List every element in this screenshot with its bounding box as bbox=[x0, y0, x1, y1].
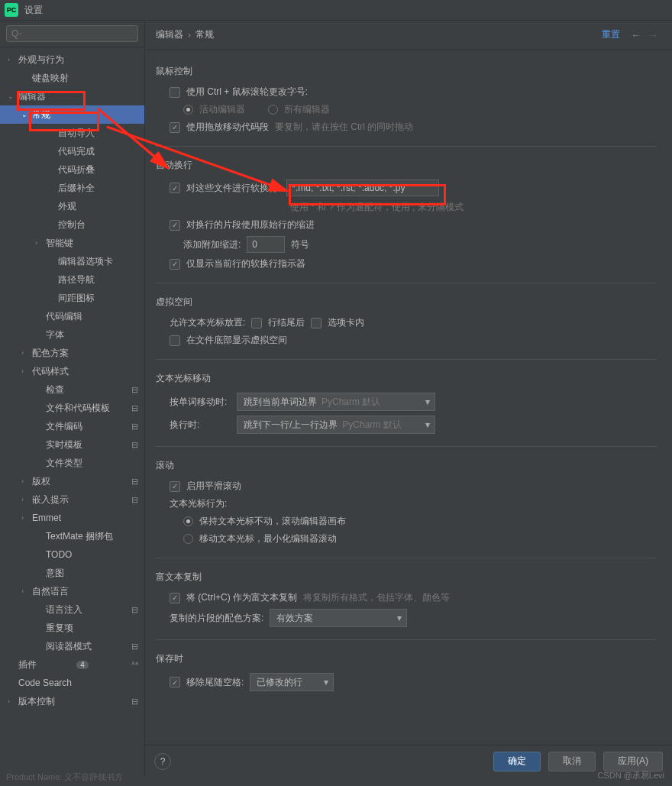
sidebar-item-6[interactable]: 代码折叠 bbox=[0, 160, 144, 179]
scheme-dropdown[interactable]: 有效方案 bbox=[270, 609, 407, 627]
sidebar-item-33[interactable]: 插件4ᴬᵃ bbox=[0, 655, 144, 674]
chevron-icon: › bbox=[21, 349, 31, 357]
sidebar-item-label: 版本控制 bbox=[18, 695, 55, 708]
sidebar-item-label: 常规 bbox=[32, 108, 50, 121]
back-icon[interactable]: ← bbox=[631, 29, 641, 41]
active-editor-radio[interactable] bbox=[183, 105, 193, 115]
chevron-icon: › bbox=[21, 477, 31, 485]
sidebar-item-24[interactable]: ›嵌入提示⊟ bbox=[0, 490, 144, 509]
sidebar-item-16[interactable]: ›配色方案 bbox=[0, 344, 144, 362]
only-current-checkbox[interactable] bbox=[170, 259, 180, 270]
help-icon[interactable]: ? bbox=[154, 753, 171, 770]
drag-move-checkbox[interactable] bbox=[170, 122, 180, 133]
scope-icon: ⊟ bbox=[131, 385, 138, 395]
sidebar-item-22[interactable]: 文件类型 bbox=[0, 454, 144, 472]
sidebar-item-17[interactable]: ›代码样式 bbox=[0, 362, 144, 380]
sidebar-item-label: 检查 bbox=[46, 383, 64, 396]
forward-icon[interactable]: → bbox=[648, 29, 658, 41]
section-mouse: 鼠标控制 bbox=[156, 65, 657, 78]
soft-wrap-input[interactable] bbox=[286, 180, 439, 196]
ok-button[interactable]: 确定 bbox=[493, 752, 541, 771]
sidebar-item-12[interactable]: 路径导航 bbox=[0, 270, 144, 289]
sidebar-item-label: 重复项 bbox=[46, 622, 73, 635]
sidebar-item-23[interactable]: ›版权⊟ bbox=[0, 472, 144, 490]
sidebar-item-20[interactable]: 文件编码⊟ bbox=[0, 417, 144, 435]
apply-button[interactable]: 应用(A) bbox=[603, 752, 663, 771]
sidebar-item-27[interactable]: TODO bbox=[0, 545, 144, 564]
sidebar-item-29[interactable]: ›自然语言 bbox=[0, 582, 144, 600]
sidebar-item-35[interactable]: ›版本控制⊟ bbox=[0, 692, 144, 710]
sidebar-item-13[interactable]: 间距图标 bbox=[0, 289, 144, 307]
bottom-virtual-checkbox[interactable] bbox=[170, 335, 180, 346]
sidebar-item-10[interactable]: ›智能键 bbox=[0, 234, 144, 252]
scope-icon: ⊟ bbox=[131, 477, 138, 487]
sidebar-item-4[interactable]: 自动导入 bbox=[0, 124, 144, 142]
chevron-icon: ⌄ bbox=[21, 111, 31, 118]
smooth-scroll-checkbox[interactable] bbox=[170, 481, 180, 492]
cancel-button[interactable]: 取消 bbox=[548, 752, 596, 771]
move-caret-radio[interactable] bbox=[183, 534, 193, 544]
sidebar-item-32[interactable]: 阅读器模式⊟ bbox=[0, 637, 144, 655]
chevron-icon: › bbox=[21, 367, 31, 375]
sidebar-item-0[interactable]: ›外观与行为 bbox=[0, 50, 144, 69]
sidebar-item-3[interactable]: ⌄常规 bbox=[0, 105, 144, 124]
pycharm-logo: PC bbox=[5, 3, 18, 17]
scope-icon: ⊟ bbox=[131, 440, 138, 450]
section-save: 保存时 bbox=[156, 652, 657, 665]
end-of-line-checkbox[interactable] bbox=[251, 318, 262, 328]
sidebar-item-label: 外观 bbox=[58, 200, 76, 213]
chevron-icon: › bbox=[21, 587, 31, 595]
sidebar-item-label: 意图 bbox=[46, 567, 64, 580]
sidebar-item-18[interactable]: 检查⊟ bbox=[0, 380, 144, 399]
rich-copy-checkbox[interactable] bbox=[170, 593, 180, 603]
sidebar-item-2[interactable]: ⌄编辑器 bbox=[0, 87, 144, 105]
sidebar-item-26[interactable]: TextMate 捆绑包 bbox=[0, 527, 144, 545]
search-input[interactable] bbox=[6, 25, 138, 42]
sidebar-item-label: 文件类型 bbox=[46, 457, 82, 470]
wrap-indent-checkbox[interactable] bbox=[170, 220, 180, 231]
ctrl-wheel-checkbox[interactable] bbox=[170, 87, 180, 98]
add-indent-input[interactable] bbox=[247, 236, 285, 253]
sidebar-item-5[interactable]: 代码完成 bbox=[0, 142, 144, 160]
scope-icon: ⊟ bbox=[131, 697, 138, 707]
sidebar-item-9[interactable]: 控制台 bbox=[0, 215, 144, 234]
sidebar-item-31[interactable]: 重复项 bbox=[0, 619, 144, 637]
sidebar-item-25[interactable]: ›Emmet bbox=[0, 509, 144, 527]
sidebar-item-15[interactable]: 字体 bbox=[0, 325, 144, 344]
bottom-overflow-text: Product Name: 义不容辞领书方 bbox=[6, 771, 123, 783]
keep-caret-radio[interactable] bbox=[183, 516, 193, 526]
sidebar-item-label: 后缀补全 bbox=[58, 182, 95, 195]
sidebar-item-30[interactable]: 语言注入⊟ bbox=[0, 600, 144, 619]
sidebar-item-11[interactable]: 编辑器选项卡 bbox=[0, 252, 144, 270]
trim-checkbox[interactable] bbox=[170, 677, 180, 687]
window-title: 设置 bbox=[24, 4, 43, 17]
tab-inside-checkbox[interactable] bbox=[311, 318, 321, 328]
trim-dropdown[interactable]: 已修改的行 bbox=[250, 673, 334, 691]
sidebar-item-label: 代码样式 bbox=[32, 365, 69, 378]
sidebar-item-label: TextMate 捆绑包 bbox=[46, 530, 113, 543]
scope-icon: ⊟ bbox=[131, 422, 138, 432]
chevron-icon: › bbox=[8, 56, 17, 63]
scope-icon: ⊟ bbox=[131, 642, 138, 652]
reset-link[interactable]: 重置 bbox=[602, 28, 620, 41]
sidebar-item-label: 代码完成 bbox=[58, 145, 95, 158]
sidebar-item-label: Code Search bbox=[18, 678, 72, 688]
by-word-dropdown[interactable]: 跳到当前单词边界PyCharm 默认 bbox=[237, 393, 435, 411]
line-dropdown[interactable]: 跳到下一行/上一行边界PyCharm 默认 bbox=[237, 416, 435, 434]
sidebar-item-label: 文件和代码模板 bbox=[46, 402, 110, 415]
soft-wrap-checkbox[interactable] bbox=[170, 183, 180, 193]
sidebar-item-label: 自动导入 bbox=[58, 127, 95, 140]
sidebar-item-label: 外观与行为 bbox=[18, 53, 64, 66]
sidebar-item-7[interactable]: 后缀补全 bbox=[0, 179, 144, 197]
sidebar-item-8[interactable]: 外观 bbox=[0, 197, 144, 215]
sidebar-item-28[interactable]: 意图 bbox=[0, 564, 144, 582]
sidebar-item-1[interactable]: 键盘映射 bbox=[0, 69, 144, 87]
sidebar-item-19[interactable]: 文件和代码模板⊟ bbox=[0, 399, 144, 417]
chevron-icon: › bbox=[8, 697, 17, 705]
sidebar-item-label: 配色方案 bbox=[32, 347, 69, 360]
sidebar-item-21[interactable]: 实时模板⊟ bbox=[0, 435, 144, 454]
all-editors-radio[interactable] bbox=[268, 105, 278, 115]
sidebar-item-14[interactable]: 代码编辑 bbox=[0, 307, 144, 325]
sidebar-item-34[interactable]: Code Search bbox=[0, 674, 144, 692]
sidebar-item-label: 控制台 bbox=[58, 218, 86, 231]
